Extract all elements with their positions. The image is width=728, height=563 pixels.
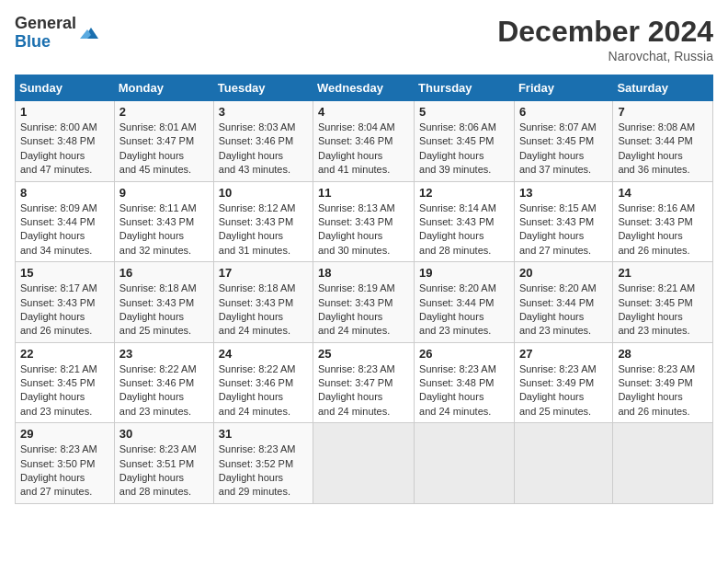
sunset-time: Sunset: 3:51 PM (119, 458, 194, 469)
daylight-hours: Daylight hours (318, 391, 382, 402)
day-info: Sunrise: 8:01 AMSunset: 3:47 PMDaylight … (119, 121, 209, 178)
day-number: 28 (618, 347, 708, 361)
day-number: 29 (20, 427, 109, 441)
sunrise-time: Sunrise: 8:21 AM (20, 363, 97, 374)
calendar-cell: 21Sunrise: 8:21 AMSunset: 3:45 PMDayligh… (613, 262, 713, 343)
day-info: Sunrise: 8:03 AMSunset: 3:46 PMDaylight … (219, 121, 308, 178)
daylight-hours: Daylight hours (519, 230, 584, 241)
daylight-and-minutes: and 23 minutes. (20, 406, 92, 417)
day-number: 19 (419, 266, 509, 280)
sunset-time: Sunset: 3:45 PM (618, 297, 692, 308)
sunrise-time: Sunrise: 8:23 AM (119, 443, 197, 454)
day-number: 31 (219, 427, 308, 441)
calendar-cell: 28Sunrise: 8:23 AMSunset: 3:49 PMDayligh… (613, 342, 713, 423)
sunset-time: Sunset: 3:48 PM (419, 377, 494, 388)
day-info: Sunrise: 8:23 AMSunset: 3:49 PMDaylight … (618, 362, 708, 419)
sunrise-time: Sunrise: 8:21 AM (618, 282, 695, 293)
calendar-cell: 4Sunrise: 8:04 AMSunset: 3:46 PMDaylight… (313, 101, 414, 182)
sunrise-time: Sunrise: 8:14 AM (419, 202, 496, 213)
day-info: Sunrise: 8:11 AMSunset: 3:43 PMDaylight … (119, 201, 209, 259)
daylight-hours: Daylight hours (618, 230, 682, 241)
daylight-and-minutes: and 27 minutes. (20, 486, 92, 497)
calendar-cell: 26Sunrise: 8:23 AMSunset: 3:48 PMDayligh… (415, 342, 515, 423)
day-info: Sunrise: 8:00 AMSunset: 3:48 PMDaylight … (20, 121, 109, 178)
sunrise-time: Sunrise: 8:12 AM (219, 202, 296, 213)
calendar-cell: 8Sunrise: 8:09 AMSunset: 3:44 PMDaylight… (16, 181, 115, 262)
day-number: 18 (318, 266, 409, 280)
title-area: December 2024 Narovchat, Russia (497, 15, 713, 63)
sunrise-time: Sunrise: 8:01 AM (119, 121, 197, 132)
daylight-and-minutes: and 24 minutes. (318, 406, 390, 417)
daylight-and-minutes: and 24 minutes. (219, 406, 290, 417)
daylight-and-minutes: and 29 minutes. (219, 486, 290, 497)
sunset-time: Sunset: 3:43 PM (318, 297, 392, 308)
sunrise-time: Sunrise: 8:08 AM (618, 121, 695, 132)
sunset-time: Sunset: 3:50 PM (20, 458, 95, 469)
sunrise-time: Sunrise: 8:18 AM (219, 282, 296, 293)
sunset-time: Sunset: 3:43 PM (20, 297, 95, 308)
day-info: Sunrise: 8:20 AMSunset: 3:44 PMDaylight … (419, 282, 509, 339)
daylight-and-minutes: and 26 minutes. (618, 406, 689, 417)
sunrise-time: Sunrise: 8:19 AM (318, 282, 395, 293)
day-number: 10 (219, 186, 308, 200)
calendar-cell (514, 423, 612, 504)
daylight-and-minutes: and 47 minutes. (20, 164, 92, 175)
day-number: 25 (318, 347, 409, 361)
daylight-and-minutes: and 39 minutes. (419, 164, 491, 175)
daylight-and-minutes: and 36 minutes. (618, 164, 689, 175)
sunrise-time: Sunrise: 8:13 AM (318, 202, 395, 213)
day-number: 9 (119, 186, 209, 200)
calendar-cell: 2Sunrise: 8:01 AMSunset: 3:47 PMDaylight… (114, 101, 213, 182)
month-title: December 2024 (497, 15, 713, 49)
sunset-time: Sunset: 3:46 PM (119, 377, 194, 388)
day-number: 4 (318, 105, 409, 119)
sunrise-time: Sunrise: 8:22 AM (219, 363, 296, 374)
daylight-and-minutes: and 31 minutes. (219, 245, 290, 256)
calendar-cell: 20Sunrise: 8:20 AMSunset: 3:44 PMDayligh… (514, 262, 612, 343)
header-sunday: Sunday (16, 75, 115, 101)
day-number: 21 (618, 266, 708, 280)
day-info: Sunrise: 8:21 AMSunset: 3:45 PMDaylight … (20, 362, 109, 419)
calendar-cell: 12Sunrise: 8:14 AMSunset: 3:43 PMDayligh… (415, 181, 515, 262)
calendar-cell: 24Sunrise: 8:22 AMSunset: 3:46 PMDayligh… (213, 342, 313, 423)
sunset-time: Sunset: 3:49 PM (519, 377, 594, 388)
daylight-and-minutes: and 24 minutes. (318, 325, 390, 336)
day-info: Sunrise: 8:19 AMSunset: 3:43 PMDaylight … (318, 282, 409, 339)
day-number: 6 (519, 105, 608, 119)
daylight-hours: Daylight hours (419, 311, 483, 322)
header-wednesday: Wednesday (313, 75, 414, 101)
sunrise-time: Sunrise: 8:00 AM (20, 121, 97, 132)
page-header: General Blue December 2024 Narovchat, Ru… (15, 15, 713, 63)
sunset-time: Sunset: 3:44 PM (618, 135, 692, 146)
calendar-cell: 18Sunrise: 8:19 AMSunset: 3:43 PMDayligh… (313, 262, 414, 343)
daylight-and-minutes: and 25 minutes. (519, 406, 591, 417)
sunset-time: Sunset: 3:43 PM (519, 216, 594, 227)
daylight-hours: Daylight hours (219, 311, 283, 322)
daylight-and-minutes: and 23 minutes. (119, 406, 191, 417)
sunset-time: Sunset: 3:43 PM (219, 297, 293, 308)
logo-general: General (15, 15, 76, 33)
sunset-time: Sunset: 3:46 PM (219, 377, 293, 388)
day-info: Sunrise: 8:07 AMSunset: 3:45 PMDaylight … (519, 121, 608, 178)
sunset-time: Sunset: 3:45 PM (20, 377, 95, 388)
day-number: 14 (618, 186, 708, 200)
sunset-time: Sunset: 3:46 PM (219, 135, 293, 146)
logo-icon (78, 22, 100, 44)
calendar-cell: 7Sunrise: 8:08 AMSunset: 3:44 PMDaylight… (613, 101, 713, 182)
calendar-cell: 13Sunrise: 8:15 AMSunset: 3:43 PMDayligh… (514, 181, 612, 262)
header-row: Sunday Monday Tuesday Wednesday Thursday… (16, 75, 713, 101)
logo: General Blue (15, 15, 100, 52)
sunset-time: Sunset: 3:43 PM (219, 216, 293, 227)
daylight-and-minutes: and 23 minutes. (519, 325, 591, 336)
daylight-and-minutes: and 45 minutes. (119, 164, 191, 175)
daylight-hours: Daylight hours (618, 311, 682, 322)
day-info: Sunrise: 8:20 AMSunset: 3:44 PMDaylight … (519, 282, 608, 339)
sunrise-time: Sunrise: 8:18 AM (119, 282, 197, 293)
day-number: 5 (419, 105, 509, 119)
daylight-hours: Daylight hours (20, 150, 85, 161)
daylight-hours: Daylight hours (219, 230, 283, 241)
calendar-cell: 3Sunrise: 8:03 AMSunset: 3:46 PMDaylight… (213, 101, 313, 182)
sunset-time: Sunset: 3:43 PM (618, 216, 692, 227)
sunset-time: Sunset: 3:49 PM (618, 377, 692, 388)
calendar-week-row: 22Sunrise: 8:21 AMSunset: 3:45 PMDayligh… (16, 342, 713, 423)
